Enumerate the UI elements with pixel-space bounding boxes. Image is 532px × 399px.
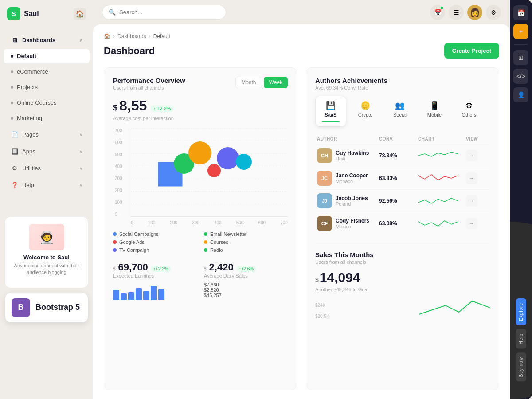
author-row-2: JC Jane Cooper Monaco 63.83% [315, 167, 490, 189]
author-name-4: Cody Fishers [336, 218, 369, 224]
bootstrap-badge: B Bootstrap 5 [5, 293, 88, 322]
sales-title: Sales This Months [315, 251, 490, 258]
help-icon: ❓ [11, 181, 19, 189]
crypto-label: Crypto [358, 112, 372, 117]
sidebar-item-ecommerce[interactable]: eCommerce [4, 64, 90, 79]
col-chart: CHART [418, 137, 462, 141]
chart-mini-3 [418, 195, 462, 207]
projects-label: Projects [17, 84, 38, 90]
create-project-button[interactable]: Create Project [444, 43, 499, 59]
sidebar-item-marketing[interactable]: Marketing [4, 111, 90, 125]
rp-add-icon[interactable]: + [513, 24, 528, 39]
perf-subtitle: Users from all channels [113, 85, 185, 90]
avg-daily-sales-stat: $ 2,420 ↑ +2.6% Average Daily Sales $7,6… [204, 262, 288, 300]
col-author: AUTHOR [317, 137, 376, 141]
settings-icon[interactable]: ⚙ [486, 5, 501, 20]
y-label-20k: $20.5K [315, 314, 329, 319]
sales-chart [419, 297, 490, 319]
chart-mini-4 [418, 217, 462, 230]
chart-legend: Social Campaigns Email Newsletter Google… [113, 231, 288, 253]
main-content: 🏠 › Dashboards › Default Dashboard Creat… [93, 24, 510, 399]
view-button-2[interactable]: → [466, 172, 477, 184]
view-button-1[interactable]: → [466, 150, 477, 161]
cat-tab-social[interactable]: 👥 Social [384, 96, 415, 127]
chevron-icon: ∨ [79, 132, 82, 137]
utilities-label: Utilities [22, 165, 41, 172]
sales-subtitle: Users from all channels [315, 259, 490, 265]
apps-icon: 🔲 [11, 147, 19, 155]
sidebar-item-default[interactable]: Default [4, 49, 90, 63]
logo-icon: S [7, 7, 20, 20]
welcome-card: 🧑‍🚀 Welcome to Saul Anyone can connect w… [5, 217, 88, 288]
menu-icon[interactable]: ☰ [449, 5, 464, 20]
welcome-subtitle: Anyone can connect with their audience b… [12, 262, 81, 276]
sidebar-item-dashboards[interactable]: ⊞ Dashboards ∧ [4, 32, 90, 48]
cat-tab-mobile[interactable]: 📱 Mobile [419, 96, 450, 127]
avatar-jacob: JJ [317, 193, 332, 208]
explore-button[interactable]: Explore [516, 298, 526, 325]
mobile-label: Mobile [427, 112, 442, 117]
tab-month[interactable]: Month [235, 77, 262, 88]
search-input[interactable] [119, 9, 219, 16]
breadcrumb: 🏠 › Dashboards › Default [104, 33, 499, 39]
sidebar-item-apps[interactable]: 🔲 Apps ∨ [4, 143, 90, 159]
perf-tabs: Month Week [235, 77, 288, 88]
search-box[interactable]: 🔍 [102, 5, 226, 20]
page-title: Dashboard [104, 45, 155, 57]
help-label: Help [22, 182, 34, 188]
legend-email: Email Newsletter [210, 231, 247, 237]
sidebar-toggle-button[interactable]: 🏠 [74, 8, 86, 20]
performance-overview-card: Performance Overview Users from all chan… [104, 67, 297, 390]
rp-code-icon[interactable]: </> [513, 69, 528, 84]
dot-icon [11, 70, 13, 73]
col-view: VIEW [466, 137, 488, 141]
rp-calendar-icon[interactable]: 📅 [513, 5, 528, 20]
bubble-3 [188, 141, 211, 164]
metric-badge: ↑+2.2% [150, 105, 174, 112]
sidebar-item-help[interactable]: ❓ Help ∨ [4, 177, 90, 193]
help-button[interactable]: Help [516, 329, 526, 349]
bubble-4 [207, 164, 221, 177]
daily-sales-items: $7,660 $2,820 $45,257 [204, 282, 288, 298]
dot-icon [11, 86, 13, 89]
marketing-label: Marketing [17, 115, 42, 121]
view-button-3[interactable]: → [466, 195, 477, 207]
authors-achievements-card: Authors Achievements Avg. 69.34% Conv. R… [306, 67, 499, 390]
sales-amount: 14,094 [320, 270, 360, 285]
dashboards-icon: ⊞ [11, 36, 19, 44]
sidebar-item-pages[interactable]: 📄 Pages ∨ [4, 126, 90, 142]
breadcrumb-dashboards[interactable]: Dashboards [117, 33, 146, 39]
bubble-chart-wrapper: 7006005004003002001000 [113, 128, 288, 225]
social-icon: 👥 [395, 101, 405, 110]
cat-tab-others[interactable]: ⚙ Others [454, 96, 485, 127]
sidebar-logo: S Saul [7, 7, 39, 20]
calendar-icon[interactable]: 📅 [430, 5, 445, 20]
home-icon[interactable]: 🏠 [104, 33, 110, 39]
breadcrumb-sep: › [113, 33, 115, 39]
pages-label: Pages [22, 131, 39, 138]
cat-tab-saas[interactable]: 💾 SaaS [315, 96, 346, 127]
buy-now-button[interactable]: Buy now [516, 352, 526, 381]
tab-week[interactable]: Week [264, 77, 288, 88]
saas-label: SaaS [325, 112, 337, 117]
author-country-4: Mexico [336, 224, 369, 229]
sidebar-item-projects[interactable]: Projects [4, 80, 90, 94]
author-country-1: Haiti [336, 156, 369, 161]
sidebar-item-utilities[interactable]: ⚙ Utilities ∨ [4, 160, 90, 176]
rp-person-icon[interactable]: 👤 [513, 87, 528, 102]
sidebar-item-online-courses[interactable]: Online Courses [4, 95, 90, 110]
bootstrap-text: Bootstrap 5 [35, 303, 80, 312]
cat-tab-crypto[interactable]: 🪙 Crypto [350, 96, 381, 127]
online-courses-label: Online Courses [17, 99, 57, 106]
avatar-guy: GH [317, 148, 332, 163]
metric-value: $ 8,55 [113, 98, 147, 114]
sidebar: S Saul 🏠 ⊞ Dashboards ∧ Default [0, 0, 93, 399]
conv-2: 63.83% [379, 175, 415, 181]
rp-grid-icon[interactable]: ⊞ [513, 50, 528, 65]
avatar[interactable]: 👩 [467, 5, 482, 20]
bootstrap-icon: B [12, 298, 30, 317]
view-button-4[interactable]: → [466, 218, 477, 229]
dot-icon [11, 117, 13, 120]
saas-icon: 💾 [326, 101, 336, 110]
author-row-4: CF Cody Fishers Mexico 63.08% [315, 212, 490, 235]
